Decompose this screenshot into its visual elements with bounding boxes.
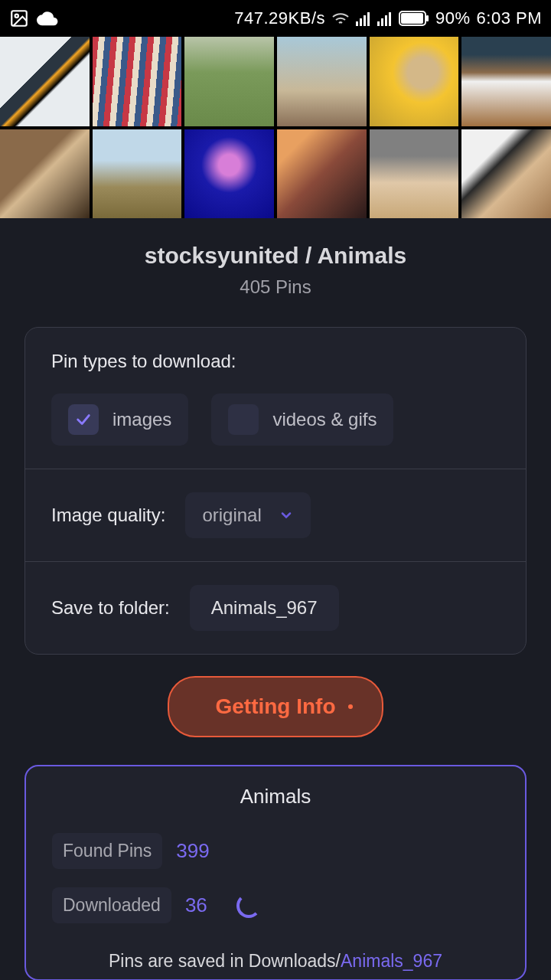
thumbnail[interactable] [277, 37, 367, 126]
progress-title: Animals [52, 785, 499, 808]
downloaded-row: Downloaded 36 [52, 887, 499, 923]
thumbnail[interactable] [370, 129, 459, 219]
wifi-icon [331, 11, 350, 26]
check-icon [75, 411, 92, 428]
svg-rect-2 [356, 21, 358, 26]
quality-select[interactable]: original [185, 492, 310, 538]
thumbnail[interactable] [0, 129, 90, 219]
quality-section: Image quality: original [25, 469, 526, 562]
thumbnail[interactable] [184, 129, 274, 219]
thumbnail[interactable] [93, 129, 182, 219]
image-icon [9, 8, 29, 28]
option-images-label: images [112, 409, 171, 430]
svg-rect-12 [426, 15, 429, 21]
folder-input[interactable]: Animals_967 [190, 585, 339, 631]
battery-icon [399, 11, 429, 26]
folder-section: Save to folder: Animals_967 [25, 562, 526, 654]
checkbox-images[interactable] [68, 404, 99, 435]
folder-label: Save to folder: [51, 597, 170, 619]
status-bar: 747.29KB/s 90% 6:03 PM [0, 0, 551, 37]
signal-icon [356, 11, 371, 26]
pin-count: 405 Pins [0, 276, 551, 298]
thumbnail[interactable] [461, 129, 551, 219]
signal-icon-2 [377, 11, 393, 26]
thumbnail[interactable] [370, 37, 459, 126]
save-path-folder[interactable]: Animals_967 [341, 951, 442, 971]
option-videos-label: videos & gifs [272, 409, 377, 430]
getting-info-button[interactable]: Getting Info [168, 676, 383, 737]
thumbnail[interactable] [277, 129, 367, 219]
net-speed: 747.29KB/s [234, 8, 325, 28]
settings-panel: Pin types to download: images videos & g… [24, 327, 527, 655]
svg-point-1 [15, 15, 18, 18]
checkbox-videos[interactable] [228, 404, 259, 435]
found-pins-value: 399 [176, 839, 209, 863]
svg-rect-3 [360, 18, 362, 26]
chevron-down-icon [279, 508, 294, 523]
found-pins-label: Found Pins [52, 833, 162, 869]
quality-label: Image quality: [51, 505, 165, 526]
save-path: Pins are saved in Downloads/Animals_967 [52, 951, 499, 972]
spinner-icon [236, 893, 261, 918]
save-path-prefix: Pins are saved in Downloads/ [109, 951, 341, 971]
thumbnail[interactable] [0, 37, 90, 126]
quality-value: original [202, 505, 261, 526]
thumbnail[interactable] [184, 37, 274, 126]
thumbnail-grid [0, 37, 551, 218]
downloaded-value: 36 [185, 893, 207, 917]
svg-rect-11 [401, 13, 423, 24]
board-header: stocksyunited / Animals 405 Pins [0, 218, 551, 312]
downloaded-label: Downloaded [52, 887, 171, 923]
svg-rect-5 [367, 12, 370, 26]
clock: 6:03 PM [477, 8, 542, 28]
svg-rect-8 [385, 15, 387, 26]
board-title: stocksyunited / Animals [0, 243, 551, 269]
battery-pct: 90% [435, 8, 471, 28]
cloud-icon [37, 11, 58, 26]
button-label: Getting Info [215, 694, 335, 718]
svg-rect-4 [364, 15, 366, 26]
option-videos[interactable]: videos & gifs [211, 394, 393, 446]
svg-rect-6 [377, 21, 380, 26]
loading-dot-icon [348, 704, 353, 709]
progress-panel: Animals Found Pins 399 Downloaded 36 Pin… [24, 765, 527, 980]
pin-types-label: Pin types to download: [51, 351, 500, 372]
found-pins-row: Found Pins 399 [52, 833, 499, 869]
option-images[interactable]: images [51, 394, 188, 446]
thumbnail[interactable] [93, 37, 182, 126]
thumbnail[interactable] [461, 37, 551, 126]
svg-rect-7 [381, 18, 383, 26]
pin-types-section: Pin types to download: images videos & g… [25, 328, 526, 469]
svg-rect-9 [389, 12, 391, 26]
